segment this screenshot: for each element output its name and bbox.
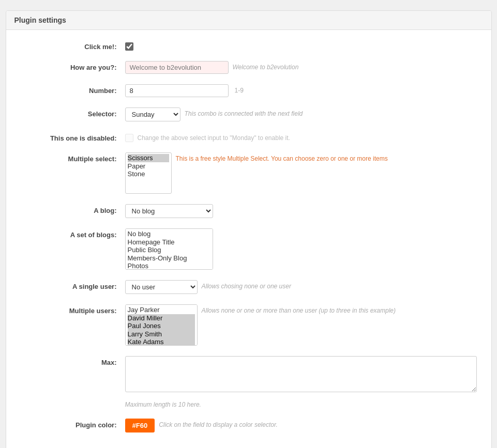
number-range-hint: 1-9 bbox=[233, 84, 244, 94]
click-me-row: Click me!: bbox=[22, 40, 476, 51]
panel-title: Plugin settings bbox=[6, 11, 491, 30]
a-blog-row: A blog: No blog Homepage Title Public Bl… bbox=[22, 204, 476, 218]
multiple-users-label: Multiple users: bbox=[22, 304, 125, 315]
selector-hint: This combo is connected with the next fi… bbox=[185, 107, 303, 117]
plugin-color-button[interactable]: #F60 bbox=[125, 419, 155, 432]
number-control: 1-9 bbox=[125, 84, 244, 97]
max-hint: Maximum length is 10 here. bbox=[125, 398, 201, 408]
disabled-hint: Change the above select input to "Monday… bbox=[138, 132, 290, 142]
a-set-of-blogs-label: A set of blogs: bbox=[22, 228, 125, 239]
plugin-settings-panel: Plugin settings Click me!: How are you?:… bbox=[6, 10, 492, 448]
a-set-of-blogs-control: No blog Homepage Title Public Blog Membe… bbox=[125, 228, 213, 270]
how-are-you-control: Welcome to b2evolution bbox=[125, 61, 299, 74]
max-control: Maximum length is 10 here. bbox=[125, 356, 477, 408]
number-input[interactable] bbox=[125, 84, 229, 97]
a-set-of-blogs-row: A set of blogs: No blog Homepage Title P… bbox=[22, 228, 476, 270]
multiple-select-row: Multiple select: Scissors Paper Stone Th… bbox=[22, 152, 476, 194]
a-blog-label: A blog: bbox=[22, 204, 125, 214]
multiple-select-link: Multiple Select bbox=[228, 155, 268, 162]
disabled-control: Change the above select input to "Monday… bbox=[125, 132, 290, 142]
selector-label: Selector: bbox=[22, 107, 125, 118]
single-user-hint: Allows chosing none or one user bbox=[202, 280, 291, 290]
multiple-users-hint: Allows none or one or more than one user… bbox=[202, 304, 396, 314]
number-row: Number: 1-9 bbox=[22, 84, 476, 97]
click-me-control bbox=[125, 40, 133, 51]
a-blog-control: No blog Homepage Title Public Blog Membe… bbox=[125, 204, 213, 218]
disabled-row: This one is disabled: Change the above s… bbox=[22, 132, 476, 142]
panel-body: Click me!: How are you?: Welcome to b2ev… bbox=[6, 30, 491, 448]
plugin-color-hint: Click on the field to display a color se… bbox=[159, 419, 278, 428]
multiple-select-control: Scissors Paper Stone This is a free styl… bbox=[125, 152, 388, 194]
multiple-select-hint: This is a free style Multiple Select. Yo… bbox=[176, 152, 388, 162]
plugin-color-control: #F60 Click on the field to display a col… bbox=[125, 419, 278, 432]
click-me-checkbox[interactable] bbox=[125, 42, 133, 51]
max-label: Max: bbox=[22, 356, 125, 366]
max-row: Max: Maximum length is 10 here. bbox=[22, 356, 476, 408]
click-me-label: Click me!: bbox=[22, 40, 125, 51]
multiple-users-control: Jay Parker David Miller Paul Jones Larry… bbox=[125, 304, 396, 346]
how-are-you-hint: Welcome to b2evolution bbox=[233, 61, 299, 71]
a-set-of-blogs-select[interactable]: No blog Homepage Title Public Blog Membe… bbox=[125, 228, 213, 270]
multiple-select-label: Multiple select: bbox=[22, 152, 125, 163]
selector-select[interactable]: Sunday Monday Tuesday Wednesday Thursday… bbox=[125, 107, 180, 121]
a-blog-select[interactable]: No blog Homepage Title Public Blog Membe… bbox=[125, 204, 213, 218]
multiple-select-hint-post: . You can choose zero or one or more ite… bbox=[268, 155, 388, 162]
multiple-select-input[interactable]: Scissors Paper Stone bbox=[125, 152, 172, 194]
selector-row: Selector: Sunday Monday Tuesday Wednesda… bbox=[22, 107, 476, 121]
multiple-users-row: Multiple users: Jay Parker David Miller … bbox=[22, 304, 476, 346]
selector-control: Sunday Monday Tuesday Wednesday Thursday… bbox=[125, 107, 303, 121]
number-label: Number: bbox=[22, 84, 125, 95]
single-user-label: A single user: bbox=[22, 280, 125, 290]
how-are-you-label: How are you?: bbox=[22, 61, 125, 71]
single-user-control: No user Jay Parker David Miller Paul Jon… bbox=[125, 280, 291, 294]
multiple-users-select[interactable]: Jay Parker David Miller Paul Jones Larry… bbox=[125, 304, 198, 346]
how-are-you-input[interactable] bbox=[125, 61, 229, 74]
how-are-you-row: How are you?: Welcome to b2evolution bbox=[22, 61, 476, 74]
multiple-select-hint-pre: This is a free style bbox=[176, 155, 228, 162]
plugin-color-label: Plugin color: bbox=[22, 419, 125, 429]
max-textarea[interactable] bbox=[125, 356, 477, 392]
disabled-checkbox bbox=[125, 134, 133, 142]
single-user-row: A single user: No user Jay Parker David … bbox=[22, 280, 476, 294]
single-user-select[interactable]: No user Jay Parker David Miller Paul Jon… bbox=[125, 280, 198, 294]
plugin-color-row: Plugin color: #F60 Click on the field to… bbox=[22, 419, 476, 432]
disabled-label: This one is disabled: bbox=[22, 132, 125, 142]
